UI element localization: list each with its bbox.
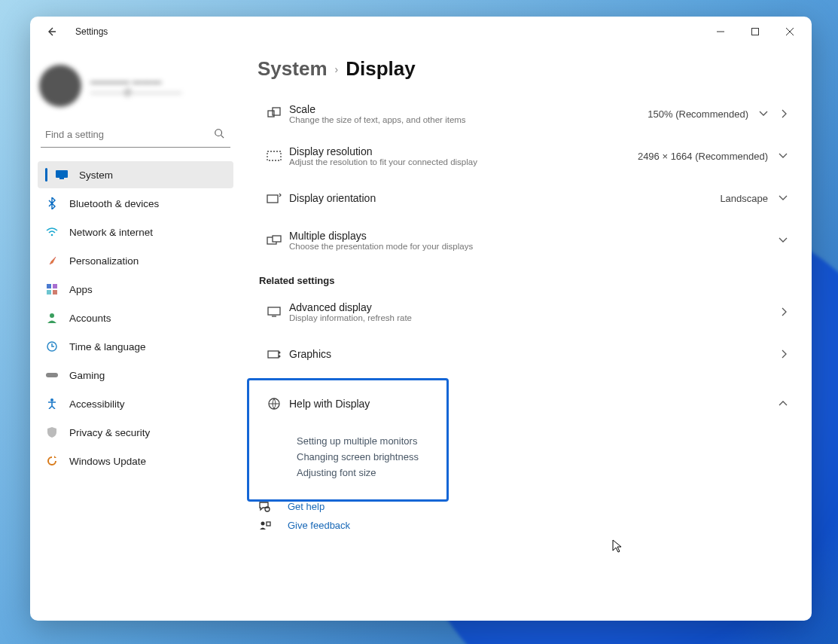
sidebar-item-time[interactable]: Time & language [38,333,233,360]
arrow-left-icon [45,26,57,38]
feedback-icon [259,520,274,531]
sidebar-item-accessibility[interactable]: Accessibility [38,390,233,417]
user-email: ————@—————— [90,87,181,96]
search-input[interactable] [41,122,230,148]
person-icon [45,311,59,325]
row-multiple-displays[interactable]: Multiple displays Choose the presentatio… [257,219,795,261]
svg-rect-21 [268,307,280,315]
row-scale[interactable]: Scale Change the size of text, apps, and… [257,93,795,135]
get-help-label: Get help [288,501,325,512]
chevron-down-icon[interactable] [776,234,791,246]
row-subtitle: Adjust the resolution to fit your connec… [289,157,638,166]
maximize-button[interactable] [738,20,772,44]
svg-rect-1 [752,29,759,35]
svg-rect-18 [267,195,278,203]
accessibility-icon [45,397,59,411]
help-link-monitors[interactable]: Setting up multiple monitors [297,435,795,447]
sidebar-item-personalization[interactable]: Personalization [38,247,233,274]
sidebar-item-bluetooth[interactable]: Bluetooth & devices [38,190,233,217]
app-title: Settings [75,26,108,37]
chevron-right-icon: › [335,63,339,75]
user-profile[interactable]: ———— ——— ————@—————— [38,59,233,121]
main-content: System › Display Scale Change the size o… [241,47,812,621]
update-icon [45,454,59,468]
feedback-link[interactable]: Give feedback [259,520,795,531]
row-title: Scale [289,103,648,115]
mouse-cursor [611,539,623,554]
svg-rect-8 [53,284,57,288]
active-marker [45,168,47,182]
svg-point-25 [279,356,281,358]
settings-window: Settings ———— ——— ————@—————— [30,17,812,621]
sidebar: ———— ——— ————@—————— System Bluetoo [30,47,241,621]
sidebar-item-label: Personalization [69,255,139,267]
feedback-label: Give feedback [288,520,350,531]
sidebar-item-privacy[interactable]: Privacy & security [38,419,233,446]
row-title: Advanced display [289,301,779,313]
row-title: Help with Display [289,398,776,410]
svg-rect-10 [53,290,57,295]
globe-help-icon [259,398,289,410]
back-button[interactable] [39,20,63,44]
row-subtitle: Choose the presentation mode for your di… [289,242,776,251]
svg-line-3 [221,136,224,139]
sidebar-item-gaming[interactable]: Gaming [38,362,233,389]
chevron-right-icon[interactable] [779,106,791,121]
chevron-right-icon [779,346,791,362]
row-resolution[interactable]: Display resolution Adjust the resolution… [257,135,795,177]
scale-icon [259,107,289,121]
svg-rect-5 [59,178,64,179]
svg-rect-4 [56,170,68,178]
globe-clock-icon [45,340,59,353]
user-name: ———— ——— [90,76,181,87]
sidebar-item-apps[interactable]: Apps [38,276,233,303]
row-title: Multiple displays [289,230,776,242]
svg-rect-9 [47,290,51,295]
related-heading: Related settings [259,275,795,286]
chevron-down-icon[interactable] [776,150,791,162]
help-link-brightness[interactable]: Changing screen brightness [297,451,795,462]
sidebar-item-label: Network & internet [69,227,153,238]
close-button[interactable] [772,20,807,44]
svg-rect-13 [46,373,58,377]
sidebar-item-network[interactable]: Network & internet [38,218,233,246]
resolution-value: 2496 × 1664 (Recommended) [638,151,768,162]
svg-point-28 [261,521,265,525]
monitor-icon [55,168,69,182]
sidebar-item-label: Gaming [69,370,105,381]
svg-point-24 [279,352,281,354]
svg-rect-23 [268,351,279,358]
multiple-displays-icon [259,235,289,246]
chevron-right-icon [779,304,791,319]
sidebar-item-label: Bluetooth & devices [69,198,159,209]
row-title: Display orientation [289,192,720,204]
row-help-display[interactable]: Help with Display [257,383,795,425]
bluetooth-icon [45,197,59,210]
sidebar-item-update[interactable]: Windows Update [38,447,233,475]
breadcrumb-parent[interactable]: System [257,57,328,81]
avatar [39,65,81,107]
row-orientation[interactable]: Display orientation Landscape [257,177,795,219]
sidebar-item-system[interactable]: System [38,161,233,188]
page-title: Display [346,57,416,81]
sidebar-item-label: Accessibility [69,398,125,410]
resolution-icon [259,151,289,161]
graphics-icon [259,349,289,359]
chevron-down-icon[interactable] [776,192,791,204]
chevron-down-icon[interactable] [756,108,771,120]
orientation-value: Landscape [720,193,768,204]
help-link-fontsize[interactable]: Adjusting font size [297,467,795,478]
search-icon [214,128,224,139]
gamepad-icon [45,368,59,382]
minimize-button[interactable] [703,20,738,44]
get-help-link[interactable]: Get help [259,501,795,512]
wifi-icon [45,225,59,239]
sidebar-item-label: Privacy & security [69,427,150,438]
chevron-up-icon[interactable] [776,398,791,410]
scale-value: 150% (Recommended) [648,108,748,120]
svg-rect-7 [47,284,51,288]
sidebar-item-accounts[interactable]: Accounts [38,304,233,331]
row-graphics[interactable]: Graphics [257,333,795,375]
svg-rect-15 [268,111,274,117]
row-advanced-display[interactable]: Advanced display Display information, re… [257,291,795,333]
